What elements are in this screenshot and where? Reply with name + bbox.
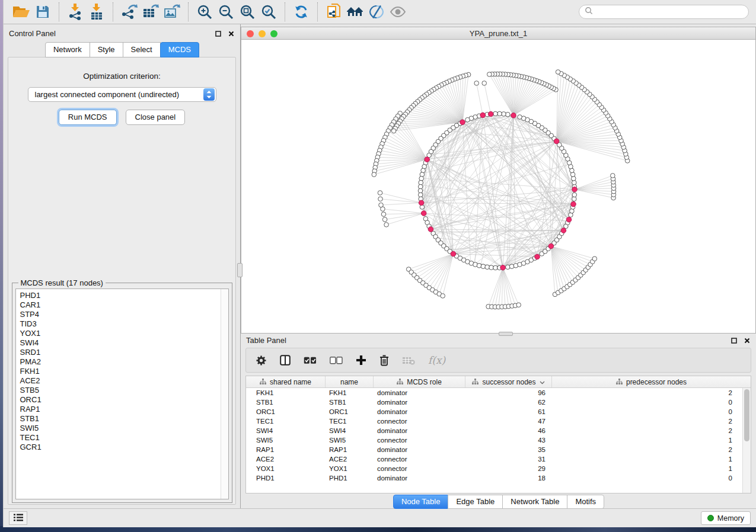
cell-predecessor-nodes: 0 (552, 475, 739, 482)
import-table-icon[interactable] (86, 2, 107, 21)
tab-edge-table[interactable]: Edge Table (448, 495, 503, 509)
column-header-predecessor-nodes[interactable]: predecessor nodes (552, 376, 751, 387)
node-table: shared namenameMCDS rolesuccessor nodesp… (245, 376, 751, 493)
table-row[interactable]: RAP1RAP1dominator352 (246, 445, 751, 454)
tab-network-table[interactable]: Network Table (502, 495, 567, 509)
result-item[interactable]: TID3 (20, 319, 216, 329)
result-item[interactable]: SWI5 (20, 424, 216, 433)
window-minimize-icon[interactable] (259, 30, 266, 37)
gear-icon[interactable] (256, 355, 267, 366)
cell-successor-nodes: 35 (465, 446, 552, 453)
horizontal-splitter-handle[interactable] (499, 332, 513, 336)
result-item[interactable]: PHD1 (20, 291, 216, 300)
column-header-MCDS-role[interactable]: MCDS role (374, 376, 465, 387)
column-header-shared-name[interactable]: shared name (246, 376, 326, 387)
network-window-titlebar[interactable]: YPA_prune.txt_1 (241, 27, 756, 40)
column-header-name[interactable]: name (326, 376, 374, 387)
unselect-all-icon[interactable] (330, 357, 343, 364)
result-item[interactable]: ORC1 (20, 395, 216, 405)
close-panel-icon[interactable] (227, 30, 235, 37)
result-item[interactable]: PMA2 (20, 357, 216, 367)
zoom-selected-icon[interactable] (258, 2, 279, 21)
result-item[interactable]: RAP1 (20, 405, 216, 414)
toolbar-separator (285, 2, 285, 21)
network-graph[interactable] (241, 40, 752, 332)
result-item[interactable]: TEC1 (20, 433, 216, 443)
table-row[interactable]: FKH1FKH1dominator962 (246, 388, 751, 398)
table-row[interactable]: STB1STB1dominator620 (246, 398, 751, 407)
tab-select[interactable]: Select (123, 42, 161, 57)
open-folder-icon[interactable] (11, 2, 32, 21)
run-mcds-button[interactable]: Run MCDS (59, 110, 117, 125)
close-panel-button[interactable]: Close panel (126, 110, 186, 125)
float-panel-icon[interactable] (214, 30, 222, 37)
table-scrollbar[interactable] (742, 388, 751, 493)
table-scrollbar-thumb[interactable] (744, 389, 749, 441)
add-icon[interactable] (356, 355, 366, 366)
vertical-splitter-handle[interactable] (237, 263, 243, 277)
tab-mcds[interactable]: MCDS (160, 42, 199, 57)
cell-shared-name: RAP1 (246, 446, 326, 453)
cell-shared-name: ACE2 (246, 456, 326, 463)
log-console-button[interactable] (9, 511, 27, 525)
cell-successor-nodes: 61 (465, 408, 552, 415)
toolbar-separator (188, 2, 189, 21)
result-item[interactable]: SRD1 (20, 348, 216, 357)
sitemap-icon (472, 378, 479, 386)
zoom-out-icon[interactable] (215, 2, 237, 21)
criterion-select[interactable]: largest connected component (undirected) (28, 87, 216, 102)
save-icon[interactable] (32, 2, 53, 21)
result-item[interactable]: CAR1 (20, 300, 216, 310)
export-table-icon[interactable] (140, 2, 161, 21)
mcds-result-list[interactable]: PHD1CAR1STP4TID3YOX1SWI4SRD1PMA2FKH1ACE2… (15, 289, 229, 499)
zoom-fit-icon[interactable] (237, 2, 258, 21)
table-row[interactable]: ORC1ORC1dominator610 (246, 407, 751, 416)
float-panel-icon[interactable] (730, 336, 738, 344)
zoom-in-icon[interactable] (194, 2, 215, 21)
table-row[interactable]: PHD1PHD1dominator180 (246, 473, 751, 483)
result-item[interactable]: FKH1 (20, 367, 216, 376)
sitemap-icon (397, 378, 403, 386)
result-item[interactable]: ACE2 (20, 376, 216, 386)
copy-network-document-icon[interactable] (323, 2, 344, 21)
result-item[interactable]: YOX1 (20, 329, 216, 338)
import-network-icon[interactable] (65, 2, 86, 21)
export-image-icon[interactable] (161, 2, 183, 21)
tab-style[interactable]: Style (90, 42, 123, 57)
result-item[interactable]: STB1 (20, 414, 216, 424)
delete-icon[interactable] (379, 355, 389, 366)
result-list-scrollbar[interactable] (221, 289, 228, 499)
hide-details-icon[interactable] (366, 2, 387, 21)
houses-icon[interactable] (344, 2, 366, 21)
window-close-icon[interactable] (247, 30, 254, 37)
cell-name: FKH1 (326, 389, 374, 396)
select-all-icon[interactable] (304, 357, 317, 364)
tab-motifs[interactable]: Motifs (567, 495, 604, 509)
table-body[interactable]: FKH1FKH1dominator962STB1STB1dominator620… (246, 388, 751, 493)
search-field[interactable] (596, 8, 743, 16)
search-input[interactable] (579, 5, 749, 19)
columns-icon[interactable] (280, 355, 291, 366)
refresh-icon[interactable] (291, 2, 312, 21)
window-maximize-icon[interactable] (270, 30, 277, 37)
result-item[interactable]: STP4 (20, 310, 216, 319)
export-network-icon[interactable] (119, 2, 140, 21)
result-item[interactable]: STB5 (20, 386, 216, 395)
sort-descending-icon (540, 378, 545, 386)
column-header-successor-nodes[interactable]: successor nodes (465, 376, 552, 387)
eye-icon[interactable] (387, 2, 409, 21)
tab-node-table[interactable]: Node Table (393, 495, 449, 509)
table-row[interactable]: ACE2ACE2connector311 (246, 454, 751, 464)
network-canvas[interactable] (241, 40, 756, 334)
table-row[interactable]: TEC1TEC1connector472 (246, 416, 751, 426)
tab-network[interactable]: Network (45, 42, 90, 57)
result-item[interactable]: GCR1 (20, 443, 216, 452)
close-panel-icon[interactable] (743, 336, 751, 344)
result-item[interactable]: SWI4 (20, 338, 216, 348)
memory-label: Memory (717, 514, 744, 523)
main-toolbar (4, 0, 756, 24)
table-row[interactable]: SWI4SWI4dominator462 (246, 426, 751, 435)
memory-button[interactable]: Memory (701, 511, 751, 525)
table-row[interactable]: YOX1YOX1connector291 (246, 464, 751, 473)
table-row[interactable]: SWI5SWI5connector431 (246, 435, 751, 445)
